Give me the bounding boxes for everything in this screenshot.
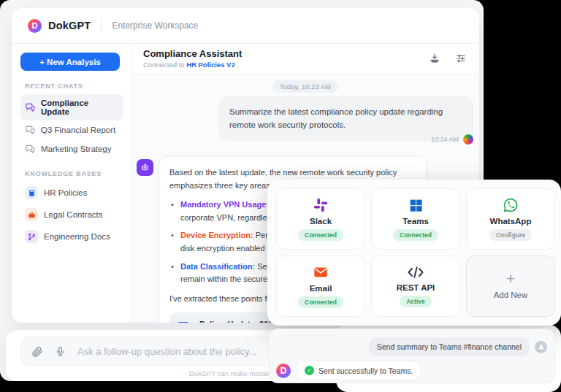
- sidebar-item-marketing-strategy[interactable]: Marketing Strategy: [20, 139, 123, 158]
- download-icon[interactable]: [430, 53, 440, 64]
- hr-policies-link[interactable]: HR Policies V2: [186, 61, 235, 69]
- sidebar-item-q3-financial-report[interactable]: Q3 Financial Report: [20, 120, 123, 139]
- integrations-panel: Slack Connected Teams Connected WhatsApp…: [267, 180, 561, 326]
- slack-icon: [313, 197, 329, 213]
- section-label-recent-chats: RECENT CHATS: [25, 82, 123, 90]
- bot-avatar-icon: [137, 159, 153, 176]
- person-avatar-icon: [535, 341, 547, 353]
- mini-bot-message: ✓ Sent successfully to Teams.: [296, 361, 421, 380]
- book-icon: [25, 186, 38, 199]
- mini-user-message-row: Send summary to Teams #finance channel: [369, 337, 547, 356]
- document-title: Policy_Update_2024: [199, 318, 279, 323]
- dokgpt-logo-icon: D: [28, 19, 42, 33]
- screenshot-stage: D DokGPT Enterprise Workspace + New Anal…: [0, 0, 561, 392]
- chat-bubble-icon: [25, 144, 35, 154]
- mini-bot-message-row: D ✓ Sent successfully to Teams.: [276, 361, 421, 380]
- chat-bubble-icon: [25, 125, 35, 135]
- sidebar-item-compliance-update[interactable]: Compliance Update: [20, 94, 123, 120]
- sidebar-item-label: Compliance Update: [41, 99, 119, 116]
- teams-icon: [408, 198, 424, 213]
- composer-placeholder: Ask a follow-up question about the polic…: [77, 346, 256, 357]
- integration-name: Slack: [310, 217, 332, 226]
- message-time: 10:24 AM: [431, 136, 459, 143]
- new-analysis-button[interactable]: + New Analysis: [20, 53, 120, 71]
- sidebar-item-legal-contracts[interactable]: Legal Contracts: [20, 204, 123, 226]
- sidebar-item-hr-policies[interactable]: HR Policies: [20, 182, 123, 204]
- sidebar-item-label: Legal Contracts: [44, 210, 103, 219]
- app-name: DokGPT: [48, 20, 91, 31]
- sidebar-item-label: Marketing Strategy: [41, 145, 112, 153]
- integration-card-rest-api[interactable]: REST API Active: [371, 255, 460, 317]
- sidebar-item-label: Engineering Docs: [44, 232, 110, 241]
- status-badge: Connected: [298, 296, 343, 308]
- header-divider: [101, 19, 102, 32]
- status-badge: Connected: [298, 229, 343, 241]
- success-check-icon: ✓: [305, 366, 314, 375]
- email-icon: [313, 264, 329, 280]
- chat-bubble-icon: [25, 102, 35, 112]
- user-message-meta: 10:24 AM: [431, 134, 473, 145]
- sidebar-item-label: HR Policies: [44, 188, 87, 197]
- integration-card-email[interactable]: Email Connected: [276, 255, 365, 317]
- sidebar: + New Analysis RECENT CHATS Compliance U…: [12, 44, 131, 323]
- mini-chat-panel: Send summary to Teams #finance channel D…: [269, 328, 555, 383]
- whatsapp-icon: [503, 197, 519, 213]
- add-new-integration-card[interactable]: + Add New: [466, 255, 555, 317]
- user-avatar: [463, 134, 473, 145]
- briefcase-icon: [25, 208, 38, 221]
- dokgpt-logo-icon: D: [276, 364, 291, 378]
- workspace-label: Enterprise Workspace: [112, 20, 198, 31]
- integration-name: Teams: [402, 217, 429, 226]
- chat-title: Compliance Assistant: [143, 48, 242, 59]
- microphone-icon[interactable]: [55, 346, 66, 357]
- git-branch-icon: [25, 230, 38, 243]
- status-badge: Connected: [393, 229, 438, 241]
- sidebar-item-label: Q3 Financial Report: [41, 126, 115, 134]
- integration-card-slack[interactable]: Slack Connected: [276, 188, 365, 250]
- integration-card-whatsapp[interactable]: WhatsApp Configure: [466, 188, 555, 250]
- add-new-label: Add New: [494, 291, 528, 299]
- integration-name: REST API: [397, 283, 435, 292]
- plus-icon: +: [506, 274, 515, 284]
- integration-name: WhatsApp: [490, 217, 532, 226]
- mini-user-message: Send summary to Teams #finance channel: [369, 337, 530, 356]
- pdf-file-icon: [177, 322, 192, 323]
- date-divider: Today, 10:23 AM: [272, 80, 338, 93]
- chat-subtitle: Connected to HR Policies V2: [143, 61, 242, 69]
- filter-sliders-icon[interactable]: [456, 53, 466, 64]
- sidebar-item-engineering-docs[interactable]: Engineering Docs: [20, 226, 123, 247]
- integration-name: Email: [310, 284, 332, 293]
- top-bar: D DokGPT Enterprise Workspace: [12, 8, 479, 44]
- paperclip-icon[interactable]: [31, 346, 43, 358]
- status-badge: Active: [400, 296, 432, 307]
- integration-card-teams[interactable]: Teams Connected: [371, 188, 460, 250]
- chat-header: Compliance Assistant Connected to HR Pol…: [131, 44, 479, 74]
- status-badge: Configure: [489, 229, 532, 241]
- section-label-knowledge-bases: KNOWLEDGE BASES: [25, 170, 123, 177]
- code-icon: [407, 265, 424, 280]
